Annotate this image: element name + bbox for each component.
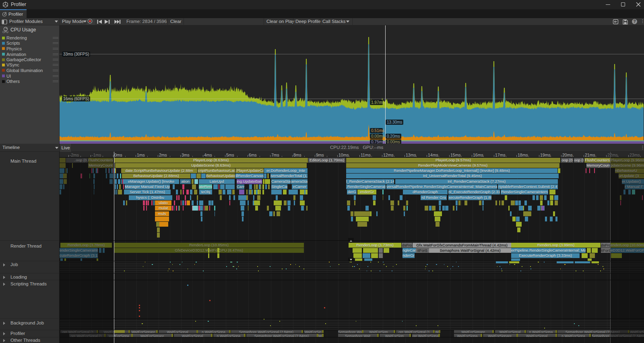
svg-text:CPU: CPU <box>2 31 8 33</box>
